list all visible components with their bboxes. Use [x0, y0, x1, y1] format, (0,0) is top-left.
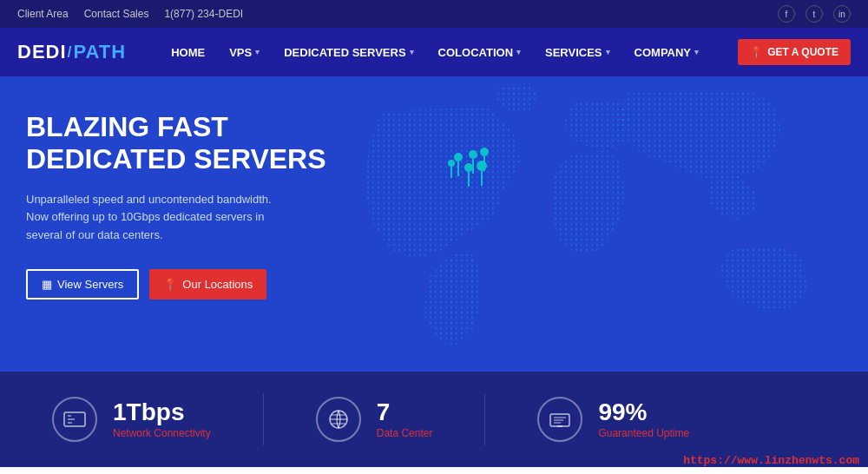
facebook-link[interactable]: f: [778, 5, 795, 23]
phone-number: 1(877) 234-DEDI: [164, 8, 243, 20]
stat-divider-1: [263, 393, 264, 445]
nav-dedicated-servers[interactable]: DEDICATED SERVERS ▾: [273, 41, 424, 64]
nav-services[interactable]: SERVICES ▾: [535, 41, 621, 64]
dedicated-arrow-icon: ▾: [410, 48, 414, 56]
location-icon: 📍: [163, 278, 177, 291]
stat-uptime-number: 99%: [598, 400, 689, 425]
hero-buttons: ▦ View Servers 📍 Our Locations: [26, 269, 326, 300]
stat-uptime: 99% Guaranteed Uptime: [537, 397, 689, 442]
stat-divider-2: [484, 393, 485, 445]
company-arrow-icon: ▾: [694, 48, 699, 56]
client-area-link[interactable]: Client Area: [17, 8, 69, 20]
svg-point-6: [448, 160, 455, 167]
stat-uptime-text: 99% Guaranteed Uptime: [598, 400, 689, 439]
svg-point-2: [469, 150, 477, 159]
world-map: [330, 76, 868, 372]
stat-network-text: 1Tbps Network Connectivity: [113, 400, 211, 439]
hero-description: Unparalleled speed and uncontended bandw…: [26, 191, 286, 245]
nav-home[interactable]: HOME: [161, 41, 215, 64]
logo[interactable]: DEDI/PATH: [17, 41, 126, 63]
map-pin-icon: 📍: [750, 46, 763, 58]
our-locations-button[interactable]: 📍 Our Locations: [149, 269, 266, 300]
hero-content: BLAZING FAST DEDICATED SERVERS Unparalle…: [26, 111, 326, 300]
linkedin-link[interactable]: in: [833, 5, 851, 23]
stat-network-number: 1Tbps: [113, 400, 211, 425]
stat-datacenter: 7 Data Center: [316, 397, 433, 442]
view-servers-button[interactable]: ▦ View Servers: [26, 269, 139, 300]
stat-uptime-label: Guaranteed Uptime: [598, 427, 689, 439]
network-icon: [52, 397, 97, 442]
nav-colocation[interactable]: COLOCATION ▾: [428, 41, 531, 64]
logo-path: PATH: [74, 41, 127, 63]
nav-vps[interactable]: VPS ▾: [219, 41, 270, 64]
svg-point-3: [480, 148, 489, 156]
stat-network-label: Network Connectivity: [113, 427, 211, 439]
colocation-arrow-icon: ▾: [516, 48, 521, 56]
svg-point-1: [454, 153, 463, 161]
get-quote-button[interactable]: 📍 GET A QUOTE: [738, 39, 851, 65]
contact-sales-link[interactable]: Contact Sales: [84, 8, 149, 20]
datacenter-icon: [316, 397, 361, 442]
svg-point-5: [477, 161, 487, 171]
topbar-links: Client Area Contact Sales 1(877) 234-DED…: [17, 8, 243, 20]
hero-title: BLAZING FAST DEDICATED SERVERS: [26, 111, 326, 175]
uptime-icon: [537, 397, 582, 442]
logo-dedi: DEDI: [17, 41, 67, 63]
stat-datacenter-label: Data Center: [377, 427, 433, 439]
hero-section: BLAZING FAST DEDICATED SERVERS Unparalle…: [0, 76, 868, 372]
logo-slash-icon: /: [68, 43, 73, 62]
twitter-link[interactable]: t: [806, 5, 823, 23]
social-links: f t in: [778, 5, 851, 23]
watermark: https://www.linzhenwts.com: [683, 454, 859, 467]
svg-point-4: [464, 163, 473, 172]
stat-network: 1Tbps Network Connectivity: [52, 397, 211, 442]
topbar: Client Area Contact Sales 1(877) 234-DED…: [0, 0, 868, 28]
vps-arrow-icon: ▾: [255, 48, 260, 56]
servers-icon: ▦: [42, 278, 52, 291]
navbar: DEDI/PATH HOME VPS ▾ DEDICATED SERVERS ▾…: [0, 28, 868, 76]
services-arrow-icon: ▾: [606, 48, 610, 56]
stats-bar: 1Tbps Network Connectivity 7 Data Center: [0, 372, 868, 467]
stat-datacenter-text: 7 Data Center: [377, 400, 433, 439]
nav-company[interactable]: COMPANY ▾: [624, 41, 709, 64]
nav-links: HOME VPS ▾ DEDICATED SERVERS ▾ COLOCATIO…: [161, 41, 738, 64]
stat-datacenter-number: 7: [377, 400, 433, 425]
